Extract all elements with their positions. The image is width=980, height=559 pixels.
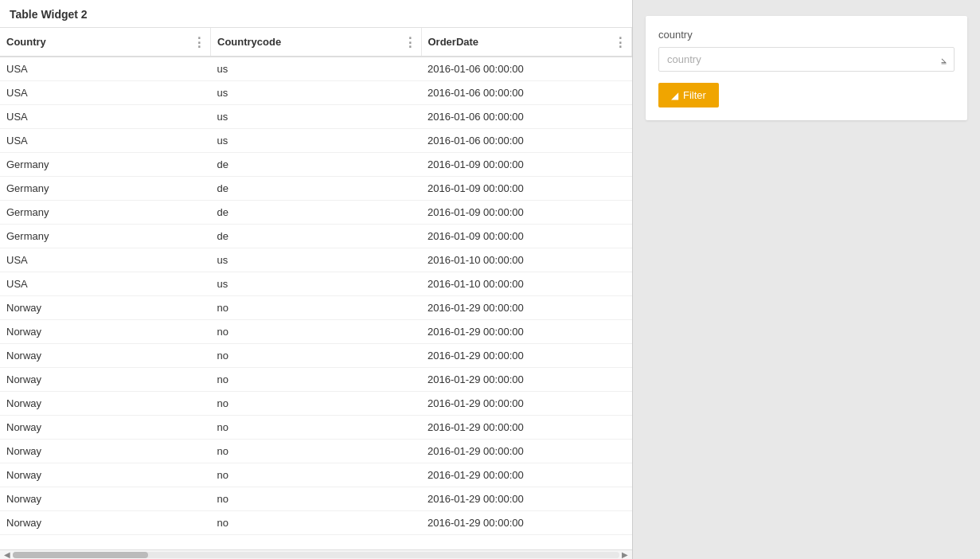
cell-orderdate: 2016-01-29 00:00:00	[421, 320, 632, 344]
cell-orderdate: 2016-01-06 00:00:00	[421, 129, 632, 153]
cell-country: Germany	[0, 153, 211, 177]
cell-orderdate: 2016-01-09 00:00:00	[421, 225, 632, 248]
table-row[interactable]: USAus2016-01-06 00:00:00	[0, 57, 632, 81]
table-row[interactable]: Norwayno2016-01-29 00:00:00	[0, 440, 632, 463]
table-row[interactable]: USAus2016-01-06 00:00:00	[0, 129, 632, 153]
table-row[interactable]: Germanyde2016-01-09 00:00:00	[0, 153, 632, 177]
table-row[interactable]: Norwayno2016-01-29 00:00:00	[0, 296, 632, 320]
cell-orderdate: 2016-01-10 00:00:00	[421, 272, 632, 296]
cell-country: Norway	[0, 463, 211, 487]
cell-orderdate: 2016-01-29 00:00:00	[421, 368, 632, 392]
cell-countrycode: us	[211, 129, 422, 153]
cell-countrycode: no	[211, 511, 422, 535]
cell-countrycode: no	[211, 344, 422, 368]
cell-orderdate: 2016-01-29 00:00:00	[421, 511, 632, 535]
filter-title: country	[658, 29, 955, 41]
cell-country: Norway	[0, 344, 211, 368]
scroll-left-arrow[interactable]: ◀	[2, 549, 13, 560]
cell-country: Norway	[0, 487, 211, 511]
column-menu-country-icon[interactable]: ⋮	[193, 34, 205, 49]
table-row[interactable]: USAus2016-01-10 00:00:00	[0, 248, 632, 272]
cell-countrycode: de	[211, 201, 422, 225]
cell-countrycode: us	[211, 57, 422, 81]
column-menu-countrycode-icon[interactable]: ⋮	[404, 34, 416, 49]
cell-orderdate: 2016-01-09 00:00:00	[421, 153, 632, 177]
cell-countrycode: de	[211, 153, 422, 177]
cell-countrycode: no	[211, 392, 422, 416]
table-row[interactable]: Norwayno2016-01-29 00:00:00	[0, 416, 632, 440]
filter-button[interactable]: ◢ Filter	[658, 83, 719, 108]
horizontal-scrollbar[interactable]: ◀ ▶	[0, 549, 632, 559]
cell-country: Norway	[0, 392, 211, 416]
column-header-orderdate[interactable]: OrderDate ⋮	[421, 28, 632, 57]
column-header-countrycode[interactable]: Countrycode ⋮	[211, 28, 422, 57]
table-widget-panel: Table Widget 2 Country ⋮ Countrycode ⋮	[0, 0, 633, 559]
table-row[interactable]: Norwayno2016-01-29 00:00:00	[0, 487, 632, 511]
country-filter-select[interactable]: country USA Germany Norway	[658, 47, 955, 72]
cell-orderdate: 2016-01-06 00:00:00	[421, 105, 632, 129]
cell-country: Norway	[0, 440, 211, 463]
scroll-right-arrow[interactable]: ▶	[619, 549, 631, 560]
table-wrapper: Country ⋮ Countrycode ⋮ OrderDate ⋮	[0, 28, 632, 559]
cell-countrycode: us	[211, 248, 422, 272]
cell-orderdate: 2016-01-29 00:00:00	[421, 392, 632, 416]
table-body: USAus2016-01-06 00:00:00USAus2016-01-06 …	[0, 57, 632, 535]
cell-countrycode: us	[211, 105, 422, 129]
table-row[interactable]: Norwayno2016-01-29 00:00:00	[0, 392, 632, 416]
h-scroll-thumb[interactable]	[13, 552, 148, 558]
cell-countrycode: no	[211, 320, 422, 344]
table-row[interactable]: Germanyde2016-01-09 00:00:00	[0, 201, 632, 225]
table-row[interactable]: Norwayno2016-01-29 00:00:00	[0, 320, 632, 344]
data-table: Country ⋮ Countrycode ⋮ OrderDate ⋮	[0, 28, 632, 535]
cell-country: Norway	[0, 416, 211, 440]
cell-country: Norway	[0, 511, 211, 535]
table-row[interactable]: USAus2016-01-06 00:00:00	[0, 81, 632, 105]
cell-country: USA	[0, 105, 211, 129]
cell-country: USA	[0, 57, 211, 81]
cell-orderdate: 2016-01-09 00:00:00	[421, 177, 632, 201]
filter-card: country country USA Germany Norway ⦥ ◢ F…	[646, 16, 967, 120]
cell-orderdate: 2016-01-29 00:00:00	[421, 463, 632, 487]
cell-orderdate: 2016-01-29 00:00:00	[421, 296, 632, 320]
cell-country: USA	[0, 248, 211, 272]
table-row[interactable]: Germanyde2016-01-09 00:00:00	[0, 177, 632, 201]
cell-orderdate: 2016-01-29 00:00:00	[421, 344, 632, 368]
h-scroll-track[interactable]	[13, 552, 619, 558]
table-row[interactable]: USAus2016-01-10 00:00:00	[0, 272, 632, 296]
cell-orderdate: 2016-01-06 00:00:00	[421, 81, 632, 105]
cell-countrycode: no	[211, 416, 422, 440]
table-row[interactable]: Norwayno2016-01-29 00:00:00	[0, 463, 632, 487]
filter-button-label: Filter	[683, 89, 706, 101]
cell-orderdate: 2016-01-09 00:00:00	[421, 201, 632, 225]
cell-country: Norway	[0, 320, 211, 344]
cell-countrycode: no	[211, 487, 422, 511]
cell-country: Germany	[0, 201, 211, 225]
filter-funnel-icon: ◢	[671, 90, 678, 101]
cell-countrycode: us	[211, 272, 422, 296]
cell-country: USA	[0, 129, 211, 153]
cell-countrycode: no	[211, 440, 422, 463]
cell-countrycode: de	[211, 177, 422, 201]
column-menu-orderdate-icon[interactable]: ⋮	[614, 34, 627, 49]
table-row[interactable]: Germanyde2016-01-09 00:00:00	[0, 225, 632, 248]
table-header-row: Country ⋮ Countrycode ⋮ OrderDate ⋮	[0, 28, 632, 57]
table-row[interactable]: Norwayno2016-01-29 00:00:00	[0, 344, 632, 368]
cell-orderdate: 2016-01-29 00:00:00	[421, 487, 632, 511]
cell-orderdate: 2016-01-29 00:00:00	[421, 416, 632, 440]
cell-countrycode: de	[211, 225, 422, 248]
table-row[interactable]: Norwayno2016-01-29 00:00:00	[0, 511, 632, 535]
cell-countrycode: no	[211, 463, 422, 487]
cell-countrycode: no	[211, 368, 422, 392]
cell-countrycode: us	[211, 81, 422, 105]
table-row[interactable]: USAus2016-01-06 00:00:00	[0, 105, 632, 129]
cell-countrycode: no	[211, 296, 422, 320]
cell-country: Germany	[0, 225, 211, 248]
cell-orderdate: 2016-01-06 00:00:00	[421, 57, 632, 81]
table-row[interactable]: Norwayno2016-01-29 00:00:00	[0, 368, 632, 392]
cell-orderdate: 2016-01-29 00:00:00	[421, 440, 632, 463]
column-header-country[interactable]: Country ⋮	[0, 28, 211, 57]
cell-country: Norway	[0, 368, 211, 392]
cell-orderdate: 2016-01-10 00:00:00	[421, 248, 632, 272]
table-container[interactable]: Country ⋮ Countrycode ⋮ OrderDate ⋮	[0, 28, 632, 549]
cell-country: USA	[0, 272, 211, 296]
